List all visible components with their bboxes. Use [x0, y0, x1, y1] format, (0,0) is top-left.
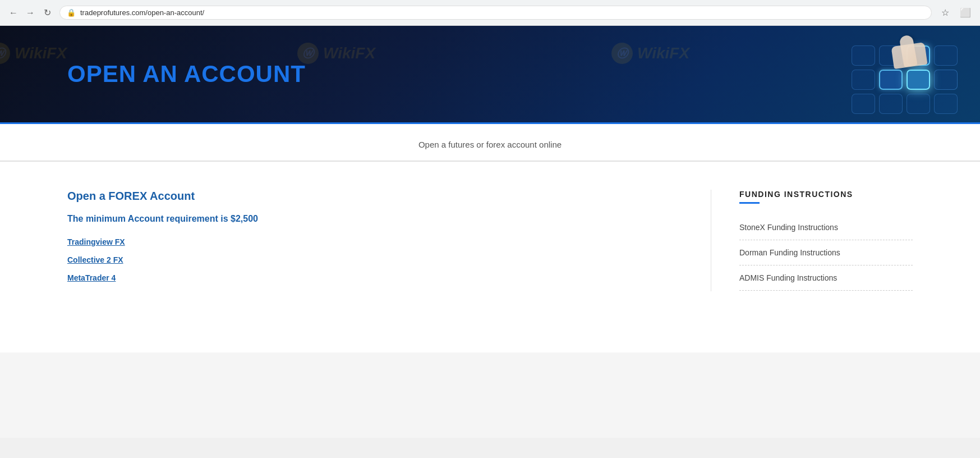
- extensions-button[interactable]: ⬜: [958, 5, 973, 21]
- admis-funding-link[interactable]: ADMIS Funding Instructions: [739, 265, 913, 291]
- nav-buttons: ← → ↻: [7, 6, 54, 20]
- metatrader-4-link[interactable]: MetaTrader 4: [67, 273, 666, 282]
- hero-graphic: [778, 37, 958, 116]
- subtitle-text: Open a futures or forex account online: [0, 140, 980, 149]
- address-bar-container: 🔒: [59, 6, 932, 20]
- tradingview-fx-link[interactable]: Tradingview FX: [67, 237, 666, 246]
- address-bar-input[interactable]: [80, 8, 924, 17]
- funding-instructions-heading: FUNDING INSTRUCTIONS: [739, 190, 913, 199]
- dorman-funding-link[interactable]: Dorman Funding Instructions: [739, 240, 913, 265]
- subtitle-section: Open a futures or forex account online: [0, 124, 980, 162]
- forex-heading: Open a FOREX Account: [67, 190, 666, 203]
- content-columns: Open a FOREX Account The minimum Account…: [67, 190, 913, 291]
- heading-underline: [739, 202, 760, 204]
- page-wrapper: ⓦ WikiFX ⓦ WikiFX ⓦ WikiFX ⓦ WikiFX ⓦ Wi…: [0, 26, 980, 438]
- min-requirement-text: The minimum Account requirement is $2,50…: [67, 214, 666, 224]
- main-content-area: Open a FOREX Account The minimum Account…: [0, 162, 980, 352]
- back-button[interactable]: ←: [7, 6, 20, 20]
- hero-banner: OPEN AN ACCOUNT: [0, 26, 980, 124]
- browser-chrome: ← → ↻ 🔒 ☆ ⬜: [0, 0, 980, 26]
- stonex-funding-link[interactable]: StoneX Funding Instructions: [739, 215, 913, 240]
- hero-title: OPEN AN ACCOUNT: [67, 61, 306, 88]
- bookmark-button[interactable]: ☆: [937, 5, 953, 21]
- lock-icon: 🔒: [67, 8, 76, 17]
- left-column: Open a FOREX Account The minimum Account…: [67, 190, 711, 291]
- forward-button[interactable]: →: [24, 6, 37, 20]
- collective-2-fx-link[interactable]: Collective 2 FX: [67, 255, 666, 264]
- browser-actions: ☆ ⬜: [937, 5, 973, 21]
- refresh-button[interactable]: ↻: [40, 6, 54, 20]
- right-sidebar: FUNDING INSTRUCTIONS StoneX Funding Inst…: [711, 190, 913, 291]
